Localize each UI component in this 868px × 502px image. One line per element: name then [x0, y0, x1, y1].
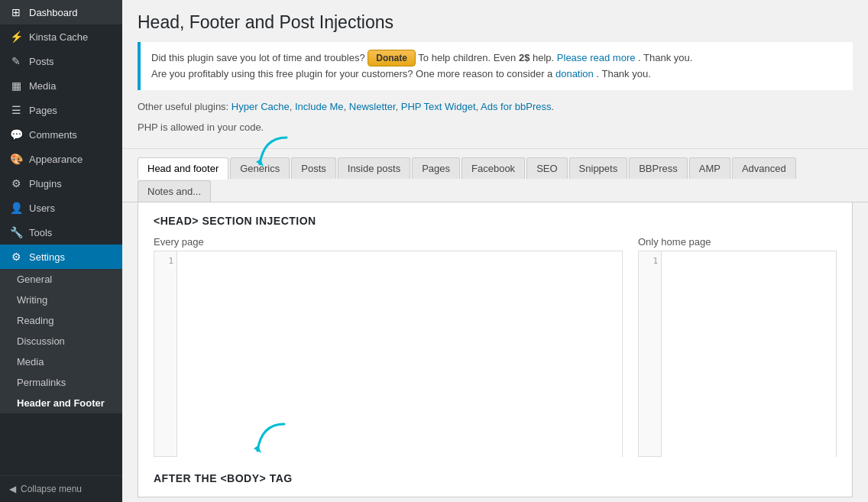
after-body-title: AFTER THE <BODY> TAG — [154, 472, 837, 484]
tabs-container: Head and footer Generics Posts Inside po… — [122, 149, 868, 202]
line-numbers: 1 — [154, 251, 177, 456]
collapse-icon: ◀ — [9, 484, 16, 494]
sidebar-item-users[interactable]: 👤 Users — [0, 196, 122, 220]
posts-icon: ✎ — [9, 55, 23, 67]
submenu-item-permalinks[interactable]: Permalinks — [0, 372, 122, 393]
settings-submenu: General Writing Reading Discussion Media… — [0, 269, 122, 413]
tab-bbpress[interactable]: BBPress — [629, 157, 688, 179]
submenu-item-header-footer[interactable]: Header and Footer — [0, 393, 122, 413]
plugin-link-hyper-cache[interactable]: Hyper Cache — [232, 101, 290, 112]
sidebar-item-dashboard[interactable]: ⊞ Dashboard — [0, 0, 122, 24]
every-page-editor-block: Every page 1 — [154, 236, 623, 457]
comments-icon: 💬 — [9, 128, 23, 141]
tab-facebook[interactable]: Facebook — [462, 157, 525, 179]
sidebar-item-pages[interactable]: ☰ Pages — [0, 98, 122, 122]
sidebar-item-tools[interactable]: 🔧 Tools — [0, 220, 122, 245]
content-area: <HEAD> SECTION INJECTION Every page 1 On… — [138, 202, 853, 497]
sidebar-item-settings[interactable]: ⚙ Settings — [0, 245, 122, 269]
sidebar: ⊞ Dashboard ⚡ Kinsta Cache ✎ Posts ▦ Med… — [0, 0, 122, 502]
users-icon: 👤 — [9, 202, 23, 214]
read-more-link[interactable]: Please read more — [557, 52, 636, 63]
only-home-line-numbers: 1 — [639, 251, 662, 456]
sidebar-item-kinsta-cache[interactable]: ⚡ Kinsta Cache — [0, 24, 122, 49]
collapse-menu-button[interactable]: ◀ Collapse menu — [0, 475, 122, 502]
donate-button[interactable]: Donate — [368, 50, 416, 66]
plugin-link-php-text-widget[interactable]: PHP Text Widget — [401, 101, 476, 112]
only-home-label: Only home page — [638, 236, 837, 248]
editor-row: Every page 1 Only home page 1 — [154, 236, 837, 457]
tab-seo[interactable]: SEO — [526, 157, 567, 179]
php-notice: PHP is allowed in your code. — [138, 118, 853, 141]
notice-box: Did this plugin save you lot of time and… — [138, 42, 853, 90]
plugins-icon: ⚙ — [9, 177, 23, 189]
pages-icon: ☰ — [9, 104, 23, 116]
sidebar-item-appearance[interactable]: 🎨 Appearance — [0, 147, 122, 171]
tab-generics[interactable]: Generics — [230, 157, 290, 179]
sidebar-item-media[interactable]: ▦ Media — [0, 73, 122, 98]
settings-icon: ⚙ — [9, 251, 23, 263]
tab-pages[interactable]: Pages — [412, 157, 460, 179]
only-home-editor-block: Only home page 1 — [638, 236, 837, 457]
every-page-editor: 1 — [154, 251, 623, 457]
appearance-icon: 🎨 — [9, 153, 23, 165]
notice-line2: Are you profitably using this free plugi… — [151, 66, 842, 83]
only-home-textarea[interactable] — [662, 251, 836, 458]
sidebar-item-plugins[interactable]: ⚙ Plugins — [0, 171, 122, 196]
sidebar-item-posts[interactable]: ✎ Posts — [0, 49, 122, 73]
tab-snippets[interactable]: Snippets — [569, 157, 628, 179]
tab-advanced[interactable]: Advanced — [732, 157, 796, 179]
plugin-link-ads-bbpress[interactable]: Ads for bbPress — [481, 101, 552, 112]
every-page-label: Every page — [154, 236, 623, 248]
submenu-item-discussion[interactable]: Discussion — [0, 331, 122, 351]
page-header: Head, Footer and Post Injections Did thi… — [122, 0, 868, 149]
kinsta-cache-icon: ⚡ — [9, 31, 23, 43]
submenu-item-reading[interactable]: Reading — [0, 310, 122, 331]
every-page-textarea[interactable] — [177, 251, 622, 458]
tab-amp[interactable]: AMP — [689, 157, 730, 179]
plugin-link-include-me[interactable]: Include Me — [295, 101, 344, 112]
sidebar-item-comments[interactable]: 💬 Comments — [0, 122, 122, 147]
head-section-title: <HEAD> SECTION INJECTION — [154, 215, 837, 227]
useful-plugins: Other useful plugins: Hyper Cache, Inclu… — [138, 98, 853, 118]
notice-line1: Did this plugin save you lot of time and… — [151, 50, 842, 66]
tab-inside-posts[interactable]: Inside posts — [338, 157, 410, 179]
tab-posts[interactable]: Posts — [291, 157, 336, 179]
plugin-link-newsletter[interactable]: Newsletter — [349, 101, 396, 112]
submenu-item-writing[interactable]: Writing — [0, 290, 122, 310]
media-icon: ▦ — [9, 79, 23, 92]
dashboard-icon: ⊞ — [9, 6, 23, 18]
tools-icon: 🔧 — [9, 226, 23, 238]
page-title: Head, Footer and Post Injections — [138, 12, 853, 33]
submenu-item-general[interactable]: General — [0, 269, 122, 290]
submenu-item-media[interactable]: Media — [0, 351, 122, 372]
main-content: Head, Footer and Post Injections Did thi… — [122, 0, 868, 502]
tab-notes[interactable]: Notes and... — [138, 180, 211, 202]
tab-head-footer[interactable]: Head and footer — [138, 157, 228, 180]
only-home-editor: 1 — [638, 251, 837, 457]
donation-link[interactable]: donation — [555, 68, 594, 79]
